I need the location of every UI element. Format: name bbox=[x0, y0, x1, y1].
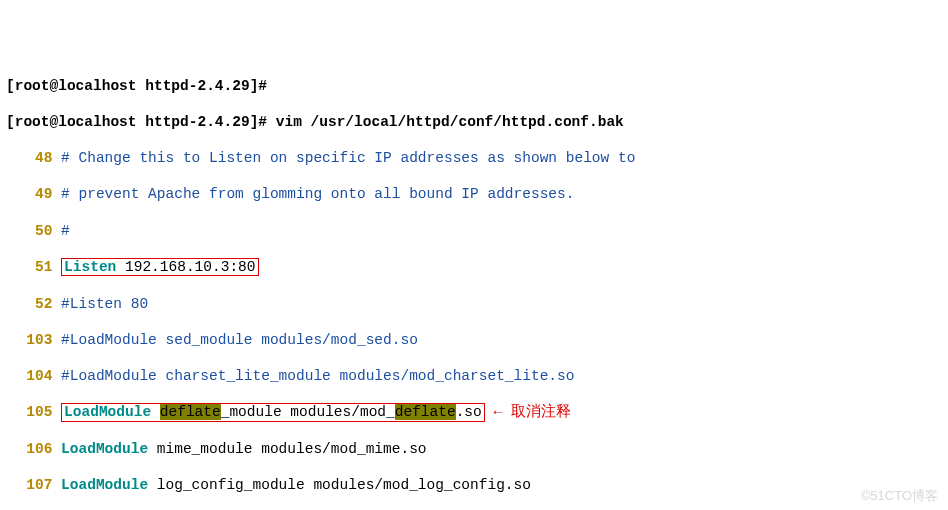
line-52: 52#Listen 80 bbox=[6, 295, 942, 313]
line-50: 50# bbox=[6, 222, 942, 240]
highlight-box-listen: Listen 192.168.10.3:80 bbox=[61, 258, 258, 277]
comment-text: #LoadModule sed_module modules/mod_sed.s… bbox=[61, 332, 418, 348]
lineno: 106 bbox=[6, 440, 52, 458]
comment-text: # prevent Apache from glomming onto all … bbox=[61, 186, 574, 202]
comment-text: # Change this to Listen on specific IP a… bbox=[61, 150, 635, 166]
lineno: 52 bbox=[6, 295, 52, 313]
lineno: 105 bbox=[6, 403, 52, 421]
watermark: ©51CTO博客 bbox=[861, 488, 938, 504]
highlight-box-loadmodule-deflate: LoadModule deflate_module modules/mod_de… bbox=[61, 403, 485, 422]
arrow-icon: ← bbox=[485, 404, 511, 420]
directive-listen: Listen bbox=[64, 259, 116, 275]
module-args: mime_module modules/mod_mime.so bbox=[148, 441, 426, 457]
line-103: 103#LoadModule sed_module modules/mod_se… bbox=[6, 331, 942, 349]
module-args: log_config_module modules/mod_log_config… bbox=[148, 477, 531, 493]
directive-loadmodule: LoadModule bbox=[61, 477, 148, 493]
shell-prompt-2: [root@localhost httpd-2.4.29]# vim /usr/… bbox=[6, 113, 942, 131]
comment-text: #Listen 80 bbox=[61, 296, 148, 312]
listen-value: 192.168.10.3:80 bbox=[116, 259, 255, 275]
annotation-text: 取消注释 bbox=[511, 404, 571, 420]
search-highlight: deflate bbox=[395, 404, 456, 420]
line-105: 105LoadModule deflate_module modules/mod… bbox=[6, 403, 942, 422]
line-107: 107LoadModule log_config_module modules/… bbox=[6, 476, 942, 494]
line-49: 49# prevent Apache from glomming onto al… bbox=[6, 185, 942, 203]
comment-text: # bbox=[61, 223, 70, 239]
lineno: 104 bbox=[6, 367, 52, 385]
line-104: 104#LoadModule charset_lite_module modul… bbox=[6, 367, 942, 385]
shell-prompt-1: [root@localhost httpd-2.4.29]# bbox=[6, 77, 942, 95]
lineno: 49 bbox=[6, 185, 52, 203]
lineno: 50 bbox=[6, 222, 52, 240]
lineno: 51 bbox=[6, 258, 52, 276]
directive-loadmodule: LoadModule bbox=[64, 404, 151, 420]
lineno: 107 bbox=[6, 476, 52, 494]
comment-text: #LoadModule charset_lite_module modules/… bbox=[61, 368, 574, 384]
directive-loadmodule: LoadModule bbox=[61, 441, 148, 457]
lineno: 103 bbox=[6, 331, 52, 349]
line-106: 106LoadModule mime_module modules/mod_mi… bbox=[6, 440, 942, 458]
search-highlight: deflate bbox=[160, 404, 221, 420]
line-48: 48# Change this to Listen on specific IP… bbox=[6, 149, 942, 167]
lineno: 48 bbox=[6, 149, 52, 167]
line-51: 51Listen 192.168.10.3:80 bbox=[6, 258, 942, 277]
